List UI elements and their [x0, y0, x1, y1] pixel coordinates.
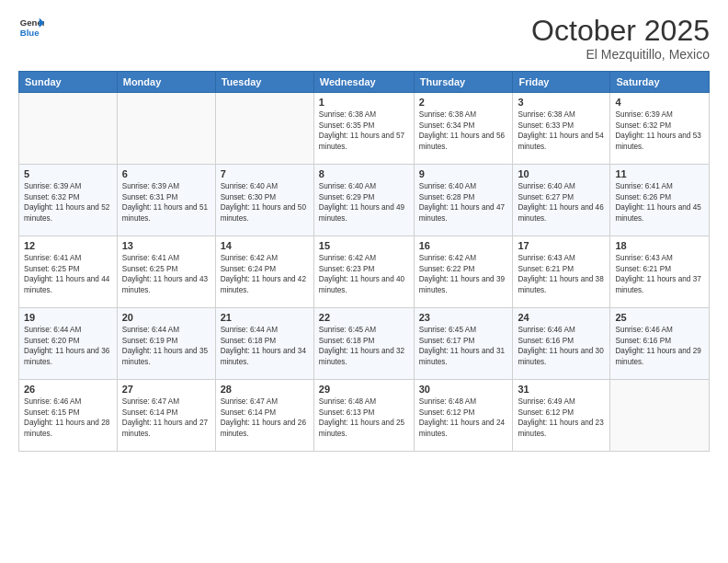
- table-cell: 12Sunrise: 6:41 AM Sunset: 6:25 PM Dayli…: [19, 236, 118, 308]
- day-number: 30: [419, 384, 508, 395]
- day-number: 26: [24, 384, 112, 395]
- day-number: 14: [221, 240, 309, 251]
- table-cell: 2Sunrise: 6:38 AM Sunset: 6:34 PM Daylig…: [414, 93, 513, 165]
- day-info: Sunrise: 6:40 AM Sunset: 6:27 PM Dayligh…: [518, 181, 605, 224]
- table-cell: 10Sunrise: 6:40 AM Sunset: 6:27 PM Dayli…: [513, 165, 610, 236]
- table-cell: 14Sunrise: 6:42 AM Sunset: 6:24 PM Dayli…: [215, 236, 313, 308]
- day-info: Sunrise: 6:46 AM Sunset: 6:16 PM Dayligh…: [615, 325, 704, 367]
- col-tuesday: Tuesday: [215, 72, 313, 93]
- day-info: Sunrise: 6:48 AM Sunset: 6:13 PM Dayligh…: [319, 396, 409, 439]
- day-number: 16: [419, 240, 508, 251]
- table-cell: 20Sunrise: 6:44 AM Sunset: 6:19 PM Dayli…: [117, 308, 215, 380]
- col-monday: Monday: [117, 72, 215, 93]
- day-number: 20: [122, 312, 210, 323]
- day-info: Sunrise: 6:47 AM Sunset: 6:14 PM Dayligh…: [122, 396, 210, 439]
- table-cell: 25Sunrise: 6:46 AM Sunset: 6:16 PM Dayli…: [610, 308, 710, 380]
- day-info: Sunrise: 6:38 AM Sunset: 6:34 PM Dayligh…: [419, 109, 508, 152]
- table-cell: 13Sunrise: 6:41 AM Sunset: 6:25 PM Dayli…: [117, 236, 215, 308]
- week-row-4: 19Sunrise: 6:44 AM Sunset: 6:20 PM Dayli…: [19, 308, 710, 380]
- day-info: Sunrise: 6:41 AM Sunset: 6:25 PM Dayligh…: [122, 253, 210, 295]
- table-cell: 5Sunrise: 6:39 AM Sunset: 6:32 PM Daylig…: [19, 165, 118, 236]
- table-cell: 19Sunrise: 6:44 AM Sunset: 6:20 PM Dayli…: [19, 308, 118, 380]
- table-cell: 11Sunrise: 6:41 AM Sunset: 6:26 PM Dayli…: [610, 165, 710, 236]
- page: General Blue October 2025 El Mezquitillo…: [0, 0, 728, 563]
- day-number: 27: [122, 384, 210, 395]
- table-cell: 29Sunrise: 6:48 AM Sunset: 6:13 PM Dayli…: [313, 380, 414, 452]
- week-row-2: 5Sunrise: 6:39 AM Sunset: 6:32 PM Daylig…: [19, 165, 710, 236]
- day-info: Sunrise: 6:39 AM Sunset: 6:31 PM Dayligh…: [122, 181, 210, 224]
- day-info: Sunrise: 6:43 AM Sunset: 6:21 PM Dayligh…: [518, 253, 605, 295]
- day-number: 11: [615, 168, 704, 179]
- table-cell: [610, 380, 710, 452]
- day-number: 15: [319, 240, 409, 251]
- table-cell: 8Sunrise: 6:40 AM Sunset: 6:29 PM Daylig…: [313, 165, 414, 236]
- day-info: Sunrise: 6:40 AM Sunset: 6:29 PM Dayligh…: [319, 181, 409, 224]
- day-number: 24: [518, 312, 605, 323]
- day-info: Sunrise: 6:43 AM Sunset: 6:21 PM Dayligh…: [615, 253, 704, 295]
- day-number: 5: [24, 168, 112, 179]
- table-cell: [19, 93, 118, 165]
- day-info: Sunrise: 6:45 AM Sunset: 6:18 PM Dayligh…: [319, 325, 409, 367]
- col-wednesday: Wednesday: [313, 72, 414, 93]
- svg-text:Blue: Blue: [20, 28, 40, 38]
- day-number: 28: [221, 384, 309, 395]
- calendar-header-row: Sunday Monday Tuesday Wednesday Thursday…: [19, 72, 710, 93]
- day-number: 7: [221, 168, 309, 179]
- table-cell: 24Sunrise: 6:46 AM Sunset: 6:16 PM Dayli…: [513, 308, 610, 380]
- day-info: Sunrise: 6:44 AM Sunset: 6:19 PM Dayligh…: [122, 325, 210, 367]
- table-cell: 1Sunrise: 6:38 AM Sunset: 6:35 PM Daylig…: [313, 93, 414, 165]
- day-info: Sunrise: 6:41 AM Sunset: 6:25 PM Dayligh…: [24, 253, 112, 295]
- day-info: Sunrise: 6:48 AM Sunset: 6:12 PM Dayligh…: [419, 396, 508, 439]
- day-number: 19: [24, 312, 112, 323]
- col-friday: Friday: [513, 72, 610, 93]
- location: El Mezquitillo, Mexico: [531, 47, 710, 62]
- day-number: 21: [221, 312, 309, 323]
- table-cell: 27Sunrise: 6:47 AM Sunset: 6:14 PM Dayli…: [117, 380, 215, 452]
- title-block: October 2025 El Mezquitillo, Mexico: [531, 15, 710, 62]
- table-cell: 6Sunrise: 6:39 AM Sunset: 6:31 PM Daylig…: [117, 165, 215, 236]
- calendar: Sunday Monday Tuesday Wednesday Thursday…: [18, 71, 710, 452]
- table-cell: 15Sunrise: 6:42 AM Sunset: 6:23 PM Dayli…: [313, 236, 414, 308]
- day-info: Sunrise: 6:49 AM Sunset: 6:12 PM Dayligh…: [518, 396, 605, 439]
- col-sunday: Sunday: [19, 72, 118, 93]
- week-row-5: 26Sunrise: 6:46 AM Sunset: 6:15 PM Dayli…: [19, 380, 710, 452]
- table-cell: 21Sunrise: 6:44 AM Sunset: 6:18 PM Dayli…: [215, 308, 313, 380]
- day-info: Sunrise: 6:44 AM Sunset: 6:18 PM Dayligh…: [221, 325, 309, 367]
- day-info: Sunrise: 6:40 AM Sunset: 6:28 PM Dayligh…: [419, 181, 508, 224]
- table-cell: 7Sunrise: 6:40 AM Sunset: 6:30 PM Daylig…: [215, 165, 313, 236]
- day-info: Sunrise: 6:42 AM Sunset: 6:22 PM Dayligh…: [419, 253, 508, 295]
- day-info: Sunrise: 6:44 AM Sunset: 6:20 PM Dayligh…: [24, 325, 112, 367]
- day-info: Sunrise: 6:47 AM Sunset: 6:14 PM Dayligh…: [221, 396, 309, 439]
- month-title: October 2025: [531, 15, 710, 47]
- table-cell: 23Sunrise: 6:45 AM Sunset: 6:17 PM Dayli…: [414, 308, 513, 380]
- table-cell: 28Sunrise: 6:47 AM Sunset: 6:14 PM Dayli…: [215, 380, 313, 452]
- table-cell: 16Sunrise: 6:42 AM Sunset: 6:22 PM Dayli…: [414, 236, 513, 308]
- day-number: 13: [122, 240, 210, 251]
- day-info: Sunrise: 6:45 AM Sunset: 6:17 PM Dayligh…: [419, 325, 508, 367]
- day-info: Sunrise: 6:46 AM Sunset: 6:16 PM Dayligh…: [518, 325, 605, 367]
- logo-icon: General Blue: [18, 15, 44, 40]
- day-number: 22: [319, 312, 409, 323]
- day-number: 12: [24, 240, 112, 251]
- day-number: 10: [518, 168, 605, 179]
- table-cell: 22Sunrise: 6:45 AM Sunset: 6:18 PM Dayli…: [313, 308, 414, 380]
- table-cell: [117, 93, 215, 165]
- table-cell: 18Sunrise: 6:43 AM Sunset: 6:21 PM Dayli…: [610, 236, 710, 308]
- day-info: Sunrise: 6:42 AM Sunset: 6:24 PM Dayligh…: [221, 253, 309, 295]
- table-cell: 26Sunrise: 6:46 AM Sunset: 6:15 PM Dayli…: [19, 380, 118, 452]
- day-info: Sunrise: 6:39 AM Sunset: 6:32 PM Dayligh…: [615, 109, 704, 152]
- day-number: 8: [319, 168, 409, 179]
- day-info: Sunrise: 6:40 AM Sunset: 6:30 PM Dayligh…: [221, 181, 309, 224]
- table-cell: 31Sunrise: 6:49 AM Sunset: 6:12 PM Dayli…: [513, 380, 610, 452]
- day-number: 2: [419, 97, 508, 108]
- week-row-1: 1Sunrise: 6:38 AM Sunset: 6:35 PM Daylig…: [19, 93, 710, 165]
- table-cell: 3Sunrise: 6:38 AM Sunset: 6:33 PM Daylig…: [513, 93, 610, 165]
- day-number: 1: [319, 97, 409, 108]
- day-number: 6: [122, 168, 210, 179]
- day-number: 3: [518, 97, 605, 108]
- day-number: 18: [615, 240, 704, 251]
- col-saturday: Saturday: [610, 72, 710, 93]
- table-cell: 30Sunrise: 6:48 AM Sunset: 6:12 PM Dayli…: [414, 380, 513, 452]
- table-cell: 17Sunrise: 6:43 AM Sunset: 6:21 PM Dayli…: [513, 236, 610, 308]
- day-info: Sunrise: 6:38 AM Sunset: 6:33 PM Dayligh…: [518, 109, 605, 152]
